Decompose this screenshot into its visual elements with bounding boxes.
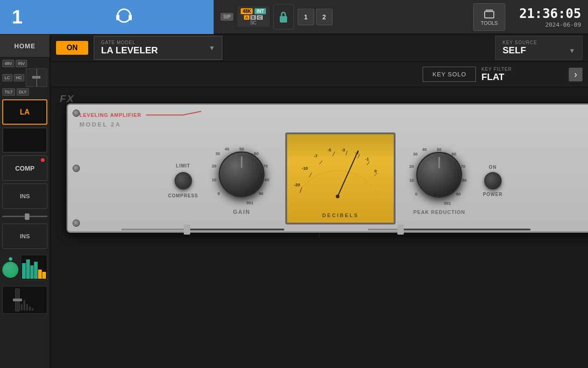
- sidebar-fader-top[interactable]: [26, 69, 47, 87]
- gain-slider-thumb[interactable]: [184, 224, 190, 235]
- svg-text:90: 90: [456, 192, 461, 196]
- gate-model-value: LA LEVELER: [101, 45, 158, 56]
- compress-label: COMPRESS: [168, 193, 198, 198]
- main-content: ON GATE MODEL LA LEVELER ▼ KEY SOURCE SE…: [51, 34, 588, 368]
- la2a-brand: LEVELING AMPLIFIER: [79, 112, 141, 118]
- key-filter-box[interactable]: KEY FILTER FLAT ›: [481, 67, 582, 82]
- on-label: ON: [489, 165, 497, 170]
- tools-icon: [484, 8, 495, 19]
- sc-label: SC: [250, 20, 256, 25]
- peak-reduction-knob[interactable]: [416, 152, 462, 198]
- svg-text:80: 80: [265, 178, 269, 182]
- key-source-label: KEY SOURCE: [503, 40, 575, 45]
- btn-inv[interactable]: INV: [16, 60, 27, 67]
- svg-text:10: 10: [409, 178, 414, 183]
- peak-slider-track[interactable]: [368, 229, 531, 230]
- btn-dly[interactable]: DLY: [17, 88, 29, 96]
- gain-knob-scale: 50 60 70 80 90 001 40 30 20 10 0: [209, 142, 274, 207]
- top-bar: 1 SIP 48K INT A B C SC: [0, 0, 588, 34]
- la2a-model: MODEL 2A: [79, 121, 201, 128]
- btn-tilt[interactable]: TILT: [2, 88, 15, 96]
- peak-slider-thumb[interactable]: [397, 224, 404, 235]
- peak-slider-fill: [368, 229, 401, 230]
- compress-section: LIMIT COMPRESS: [168, 163, 198, 198]
- abc-a: A: [244, 15, 249, 20]
- clock-time: 21:36:05: [519, 6, 581, 21]
- lock-icon[interactable]: [273, 4, 294, 29]
- comp-slot[interactable]: COMP: [2, 155, 47, 181]
- empty-slot-1[interactable]: [2, 127, 47, 153]
- key-solo-button[interactable]: KEY SOLO: [423, 67, 476, 82]
- ins1-slot[interactable]: INS: [2, 184, 47, 209]
- decibels-label: DECIBELS: [287, 211, 394, 219]
- channel-buttons: 1 2: [298, 9, 333, 25]
- svg-line-28: [309, 172, 312, 177]
- knob-meter-area: [2, 253, 47, 282]
- la2a-title-area: LEVELING AMPLIFIER MODEL 2A: [79, 110, 201, 128]
- svg-rect-3: [280, 16, 287, 23]
- ch1-button[interactable]: 1: [298, 9, 314, 25]
- svg-text:50: 50: [437, 147, 441, 152]
- svg-text:-10: -10: [302, 166, 308, 171]
- bottom-fader[interactable]: [2, 286, 47, 314]
- clock-date: 2024-06-09: [519, 21, 581, 28]
- vu-scale-svg: -20 -10 -7 -5 -3 -2 -1 0: [287, 137, 388, 201]
- svg-text:30: 30: [215, 151, 220, 156]
- mini-knob[interactable]: [2, 262, 18, 278]
- on-button[interactable]: ON: [56, 41, 88, 55]
- channel-number: 1: [0, 0, 34, 34]
- compress-knob[interactable]: [175, 172, 192, 190]
- tools-label: TOOLS: [481, 20, 498, 26]
- gain-slider-track[interactable]: [122, 229, 284, 230]
- svg-text:0: 0: [218, 191, 220, 196]
- ins2-slot[interactable]: INS: [2, 224, 47, 249]
- svg-line-7: [183, 111, 201, 115]
- ins2-label: INS: [20, 233, 30, 240]
- power-label: POWER: [483, 192, 503, 197]
- svg-line-30: [333, 152, 335, 156]
- vu-display: -20 -10 -7 -5 -3 -2 -1 0: [287, 134, 394, 223]
- screw-bottom-left: [73, 219, 80, 227]
- gain-knob-section: 50 60 70 80 90 001 40 30 20 10 0: [209, 142, 274, 215]
- left-sidebar: HOME 48V INV LC HC TILT DLY LA COMP INS: [0, 34, 51, 368]
- vu-meter: -20 -10 -7 -5 -3 -2 -1 0: [285, 132, 396, 224]
- gain-knob[interactable]: [219, 151, 265, 197]
- peak-knob-scale: 50 60 70 80 90 001 40 30 20 10 0: [407, 143, 471, 207]
- key-filter-value: FLAT: [481, 72, 512, 82]
- la2a-unit: LEVELING AMPLIFIER MODEL 2A LIMIT COMPRE…: [67, 104, 588, 233]
- tools-button[interactable]: TOOLS: [473, 3, 505, 31]
- key-source-dropdown[interactable]: KEY SOURCE SELF ▼: [495, 36, 582, 60]
- peak-reduction-section: 50 60 70 80 90 001 40 30 20 10 0: [407, 143, 471, 215]
- svg-point-0: [118, 9, 130, 22]
- svg-text:30: 30: [413, 152, 418, 156]
- key-filter-arrow-icon[interactable]: ›: [569, 68, 582, 81]
- gate-section: ON GATE MODEL LA LEVELER ▼ KEY SOURCE SE…: [51, 34, 588, 62]
- key-source-arrow-icon: ▼: [569, 47, 575, 54]
- comp-red-indicator: [41, 158, 45, 162]
- svg-text:40: 40: [422, 147, 427, 152]
- ch2-button[interactable]: 2: [316, 9, 333, 25]
- btn-lc[interactable]: LC: [2, 74, 12, 81]
- la-label: LA: [20, 108, 29, 116]
- mini-meter: [21, 255, 47, 280]
- lock-svg: [278, 10, 289, 24]
- abc-c: C: [257, 15, 263, 20]
- svg-text:0: 0: [374, 169, 377, 173]
- knob-indicator: [9, 257, 12, 261]
- svg-point-36: [336, 195, 339, 198]
- gain-slider-fill: [122, 229, 187, 230]
- gate-model-dropdown[interactable]: GATE MODEL LA LEVELER ▼: [94, 36, 222, 60]
- home-button[interactable]: HOME: [0, 34, 50, 58]
- ins-fader[interactable]: [2, 212, 47, 221]
- btn-48v[interactable]: 48V: [2, 60, 14, 67]
- gate-model-label: GATE MODEL: [101, 40, 158, 45]
- headphones-icon: [113, 6, 136, 29]
- power-knob[interactable]: [484, 172, 502, 190]
- svg-rect-5: [485, 12, 494, 18]
- btn-hc[interactable]: HC: [14, 74, 24, 81]
- fx-area: FX LEVELING AMPLIFIER MODEL 2A: [51, 87, 588, 368]
- channel-icon-area: [34, 0, 214, 34]
- la-slot[interactable]: LA: [2, 99, 47, 125]
- svg-line-29: [319, 161, 322, 164]
- svg-text:70: 70: [263, 164, 268, 168]
